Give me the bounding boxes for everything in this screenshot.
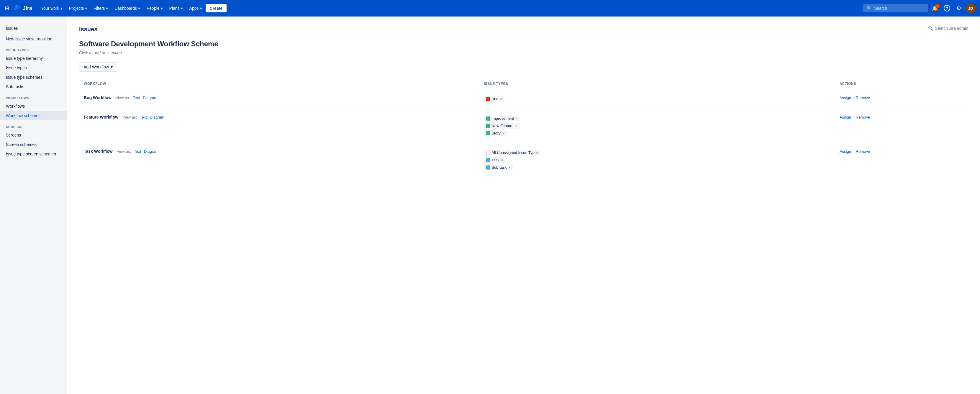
jira-logo-svg bbox=[13, 4, 21, 13]
nav-filters[interactable]: Filters ▾ bbox=[91, 4, 111, 13]
settings-button[interactable]: ⚙ bbox=[954, 3, 964, 13]
view-text-link-bug[interactable]: Text bbox=[133, 95, 140, 100]
unassigned-icon bbox=[486, 151, 490, 155]
remove-task-link[interactable]: Remove bbox=[856, 149, 870, 154]
notification-badge: 2 bbox=[935, 3, 940, 8]
remove-story-tag[interactable]: × bbox=[503, 131, 504, 135]
top-navigation: Your work ▾ Projects ▾ Filters ▾ Dashboa… bbox=[38, 4, 861, 13]
remove-subtask-tag[interactable]: × bbox=[509, 165, 511, 170]
workflow-name-task: Task Workflow bbox=[84, 149, 113, 154]
workflow-name-bug: Bug Workflow bbox=[84, 95, 111, 100]
page-layout: Issues New issue view transition ISSUE T… bbox=[0, 16, 980, 394]
sidebar-item-issue-type-schemes[interactable]: Issue type schemes bbox=[0, 73, 67, 82]
workflow-cell-task: Task Workflow View as: Text Diagram bbox=[79, 143, 479, 177]
add-workflow-button[interactable]: Add Workflow ▾ bbox=[79, 62, 117, 71]
view-diagram-link-feature[interactable]: Diagram bbox=[150, 115, 164, 119]
subtask-icon bbox=[486, 165, 490, 170]
remove-bug-tag[interactable]: × bbox=[500, 97, 502, 101]
view-text-link-task[interactable]: Text bbox=[134, 149, 141, 154]
issue-type-tag-story: Story × bbox=[484, 130, 506, 136]
story-icon bbox=[486, 131, 490, 135]
sidebar-issues-title[interactable]: Issues bbox=[0, 22, 67, 34]
sidebar-item-screens[interactable]: Screens bbox=[0, 130, 67, 140]
col-header-workflow: Workflow bbox=[79, 79, 479, 89]
search-bar[interactable]: 🔍 bbox=[863, 4, 928, 13]
sidebar-section-issue-types: ISSUE TYPES bbox=[0, 44, 67, 54]
issue-type-tag-improvement: Improvement × bbox=[484, 116, 520, 121]
assign-feature-link[interactable]: Assign bbox=[840, 115, 851, 119]
issue-type-tag-new-feature: New Feature × bbox=[484, 123, 520, 129]
remove-bug-link[interactable]: Remove bbox=[856, 95, 870, 100]
actions-cell-bug: Assign Remove bbox=[835, 89, 968, 109]
issue-type-tag-subtask: Sub-task × bbox=[484, 165, 513, 170]
view-as-label-task: View as: bbox=[116, 149, 131, 154]
search-admin-icon: 🔍 bbox=[928, 26, 933, 31]
create-button[interactable]: Create bbox=[205, 4, 227, 13]
view-text-link-feature[interactable]: Text bbox=[140, 115, 147, 119]
assign-task-link[interactable]: Assign bbox=[840, 149, 851, 154]
user-avatar[interactable]: JD bbox=[966, 3, 975, 13]
improvement-icon bbox=[486, 116, 490, 121]
issue-type-tag-bug: Bug × bbox=[484, 96, 504, 102]
notifications-button[interactable]: 🔔 2 bbox=[931, 3, 940, 13]
actions-cell-feature: Assign Remove bbox=[835, 109, 968, 143]
scheme-description[interactable]: Click to add description bbox=[79, 51, 968, 55]
grid-icon[interactable]: ⊞ bbox=[5, 5, 9, 11]
logo-text: Jira bbox=[23, 5, 32, 11]
help-button[interactable]: ? bbox=[942, 3, 952, 13]
nav-people[interactable]: People ▾ bbox=[144, 4, 166, 13]
view-as-label-bug: View as: bbox=[116, 95, 130, 100]
sidebar-item-screen-schemes[interactable]: Screen schemes bbox=[0, 140, 67, 149]
view-as-label-feature: View as: bbox=[123, 115, 137, 119]
sidebar-item-workflows[interactable]: Workflows bbox=[0, 102, 67, 111]
dropdown-arrow-icon: ▾ bbox=[111, 65, 113, 69]
remove-task-tag[interactable]: × bbox=[501, 158, 503, 162]
issue-type-tag-unassigned: All Unassigned Issue Types bbox=[484, 150, 541, 156]
issue-types-cell-task: All Unassigned Issue Types Task × Sub-ta… bbox=[479, 143, 835, 177]
logo[interactable]: Jira bbox=[13, 4, 32, 13]
actions-cell-task: Assign Remove bbox=[835, 143, 968, 177]
table-row: Feature Workflow View as: Text Diagram I… bbox=[79, 109, 968, 143]
sidebar-item-new-issue-view[interactable]: New issue view transition bbox=[0, 34, 67, 44]
new-feature-icon bbox=[486, 124, 490, 128]
gear-icon: ⚙ bbox=[956, 5, 961, 11]
workflow-name-feature: Feature Workflow bbox=[84, 115, 118, 119]
col-header-actions: Actions bbox=[835, 79, 968, 89]
main-content: Issues 🔍 Search Jira admin Software Deve… bbox=[67, 16, 980, 394]
issue-types-cell-bug: Bug × bbox=[479, 89, 835, 109]
workflow-table: Workflow Issue Types Actions Bug Workflo… bbox=[79, 79, 968, 177]
topnav-right: 🔍 🔔 2 ? ⚙ JD bbox=[863, 3, 975, 13]
page-title: Issues bbox=[79, 26, 97, 33]
sidebar-item-issue-types[interactable]: Issue types bbox=[0, 63, 67, 73]
help-icon: ? bbox=[944, 5, 950, 11]
sidebar-section-screens: SCREENS bbox=[0, 120, 67, 130]
table-row: Task Workflow View as: Text Diagram All … bbox=[79, 143, 968, 177]
nav-dashboards[interactable]: Dashboards ▾ bbox=[111, 4, 143, 13]
search-input[interactable] bbox=[874, 6, 921, 11]
topnav: ⊞ Jira Your work ▾ Projects ▾ bbox=[0, 0, 980, 16]
assign-bug-link[interactable]: Assign bbox=[840, 95, 851, 100]
sidebar-item-subtasks[interactable]: Sub-tasks bbox=[0, 82, 67, 91]
bug-icon bbox=[486, 97, 490, 101]
nav-apps[interactable]: Apps ▾ bbox=[186, 4, 205, 13]
nav-plans[interactable]: Plans ▾ bbox=[166, 4, 186, 13]
table-row: Bug Workflow View as: Text Diagram Bug × bbox=[79, 89, 968, 109]
scheme-title: Software Development Workflow Scheme bbox=[79, 40, 968, 48]
nav-projects[interactable]: Projects ▾ bbox=[66, 4, 90, 13]
sidebar-item-issue-type-screen-schemes[interactable]: Issue type screen schemes bbox=[0, 149, 67, 159]
remove-feature-link[interactable]: Remove bbox=[856, 115, 870, 119]
search-icon: 🔍 bbox=[867, 6, 872, 11]
issue-types-cell-feature: Improvement × New Feature × Story bbox=[479, 109, 835, 143]
col-header-issue-types: Issue Types bbox=[479, 79, 835, 89]
sidebar-item-hierarchy[interactable]: Issue type hierarchy bbox=[0, 54, 67, 63]
search-jira-admin-link[interactable]: 🔍 Search Jira admin bbox=[928, 26, 968, 31]
view-diagram-link-task[interactable]: Diagram bbox=[144, 149, 158, 154]
nav-your-work[interactable]: Your work ▾ bbox=[38, 4, 65, 13]
view-diagram-link-bug[interactable]: Diagram bbox=[143, 95, 157, 100]
remove-new-feature-tag[interactable]: × bbox=[515, 124, 517, 128]
remove-improvement-tag[interactable]: × bbox=[515, 116, 518, 121]
sidebar-item-workflow-schemes[interactable]: Workflow schemes bbox=[0, 111, 67, 120]
sidebar: Issues New issue view transition ISSUE T… bbox=[0, 16, 67, 394]
page-header: Issues 🔍 Search Jira admin bbox=[79, 26, 968, 33]
issue-type-tag-task: Task × bbox=[484, 157, 506, 163]
